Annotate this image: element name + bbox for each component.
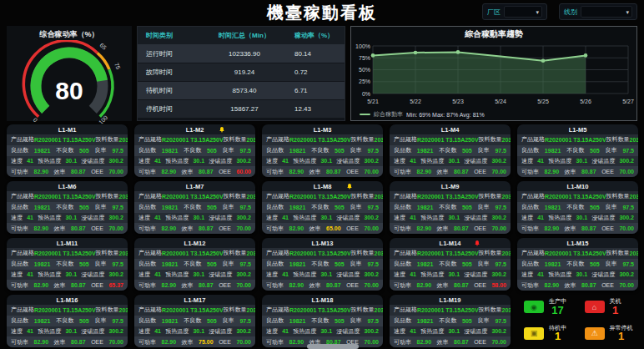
card-row-quality: 良品数19821不良数505良率97.5	[262, 202, 383, 213]
machine-card-L1-M10[interactable]: L1-M10产品规格R2020001 T3.15A250V投料数量20327良品…	[517, 181, 638, 234]
label-spec: 产品规格	[521, 135, 545, 144]
machine-card-L1-M18[interactable]: L1-M18产品规格R2020001 T3.15A250V投料数量20327良品…	[262, 295, 383, 347]
machine-card-L1-M3[interactable]: L1-M3产品规格R2020001 T3.15A250V投料数量20327良品数…	[262, 124, 383, 177]
machine-card-L1-M13[interactable]: L1-M13产品规格R2020001 T3.15A250V投料数量20327良品…	[262, 238, 383, 291]
value-tin: 300.2	[619, 158, 634, 164]
machine-card-L1-M12[interactable]: L1-M12产品规格R2020001 T3.15A250V投料数量20327良品…	[134, 238, 255, 291]
svg-text:80: 80	[55, 77, 83, 104]
value-oee: 70.00	[108, 225, 123, 231]
svg-text:0: 0	[33, 117, 39, 124]
filter-line-select[interactable]: ▾	[581, 6, 632, 18]
label-speed: 速度	[138, 327, 150, 336]
label-oee: OEE	[346, 225, 359, 231]
gauge-title: 综合稼动率（%）	[7, 26, 132, 40]
label-eff: 效率	[309, 168, 321, 176]
label-bad: 不良数	[311, 260, 329, 268]
value-avail: 82.90	[545, 282, 560, 288]
scrollbar-thumb[interactable]	[307, 344, 359, 349]
label-avail: 可动率	[521, 168, 539, 176]
value-good: 19821	[34, 318, 50, 324]
machine-card-L1-M16[interactable]: L1-M16产品规格R2020001 T3.15A250V投料数量20327良品…	[7, 295, 128, 347]
label-preheat: 预热温度	[548, 157, 571, 165]
machine-card-L1-M9[interactable]: L1-M9产品规格R2020001 T3.15A250V投料数量20327良品数…	[390, 181, 511, 234]
value-feed: 20327	[119, 137, 128, 143]
value-yield: 97.5	[495, 205, 506, 210]
label-spec: 产品规格	[11, 192, 34, 200]
label-speed: 速度	[521, 214, 533, 222]
machine-card-L1-M2[interactable]: L1-M2产品规格R2020001 T3.15A250V投料数量20327良品数…	[134, 124, 255, 177]
machine-card-L1-M4[interactable]: L1-M4产品规格R2020001 T3.15A250V投料数量20327良品数…	[390, 124, 511, 177]
label-spec: 产品规格	[266, 192, 289, 200]
card-row-spec: 产品规格R2020001 T3.15A250V投料数量20327	[517, 248, 638, 259]
value-avail: 82.90	[417, 282, 432, 288]
card-row-oee: 可动率82.90效率80.87OEE70.00	[390, 336, 511, 347]
value-feed: 20327	[375, 137, 383, 143]
label-good: 良品数	[266, 316, 284, 325]
machine-card-L1-M17[interactable]: L1-M17产品规格R2020001 T3.15A250V投料数量20327良品…	[134, 295, 255, 347]
production-icon[interactable]: ◉	[524, 301, 544, 313]
machine-card-L1-M1[interactable]: L1-M1产品规格R2020001 T3.15A250V投料数量20327良品数…	[7, 124, 128, 177]
label-feed: 投料数量	[351, 135, 375, 144]
value-speed: 41	[410, 271, 416, 277]
machine-name: L1-M2	[134, 124, 255, 134]
value-bad: 505	[207, 261, 217, 267]
value-feed: 20327	[119, 250, 128, 256]
value-avail: 82.90	[34, 282, 49, 288]
status-item-shutdown: ⌂关机1	[580, 298, 641, 316]
label-yield: 良率	[606, 260, 617, 268]
machine-card-L1-M19[interactable]: L1-M19产品规格R2020001 T3.15A250V投料数量20327良品…	[390, 295, 511, 347]
label-oee: OEE	[601, 282, 614, 288]
value-spec: R2020001 T3.15A250V	[34, 307, 96, 313]
value-bad: 505	[335, 261, 345, 267]
card-row-oee: 可动率82.90效率80.87OEE70.00	[517, 166, 638, 177]
machine-card-L1-M15[interactable]: L1-M15产品规格R2020001 T3.15A250V投料数量20327良品…	[517, 238, 638, 291]
value-spec: R2020001 T3.15A250V	[545, 250, 606, 256]
machine-name: L1-M9	[390, 181, 511, 191]
card-row-process: 速度41预热温度30.1浸锡温度300.2	[7, 213, 128, 224]
label-oee: OEE	[219, 339, 231, 345]
value-good: 19821	[162, 261, 178, 267]
filter-factory-select[interactable]: ▾	[504, 6, 542, 18]
card-row-spec: 产品规格R2020001 T3.15A250V投料数量20327	[517, 191, 638, 202]
machine-card-L1-M6[interactable]: L1-M6产品规格R2020001 T3.15A250V投料数量20327良品数…	[7, 181, 128, 234]
label-feed: 投料数量	[224, 249, 247, 257]
machine-card-L1-M14[interactable]: L1-M14产品规格R2020001 T3.15A250V投料数量20327良品…	[390, 238, 511, 291]
label-tin: 浸锡温度	[209, 214, 232, 222]
value-tin: 300.2	[364, 158, 379, 164]
value-good: 19821	[34, 148, 50, 154]
label-tin: 浸锡温度	[591, 157, 615, 165]
value-tin: 300.2	[236, 271, 251, 277]
machine-card-L1-M8[interactable]: L1-M8产品规格R2020001 T3.15A250V投料数量20327良品数…	[262, 181, 383, 234]
trend-chart-panel: 綜合稼動率趨勢 0%25%50%75%100%5/215/225/235/245…	[350, 26, 637, 121]
chart-legend: 綜合稼動率 Min: 69% Max: 87% Avg: 81%	[360, 110, 485, 119]
value-yield: 97.5	[239, 148, 251, 154]
value-eff: 80.87	[454, 339, 469, 345]
value-bad: 505	[207, 318, 217, 324]
machine-card-L1-M5[interactable]: L1-M5产品规格R2020001 T3.15A250V投料数量20327良品数…	[517, 124, 638, 177]
svg-text:75%: 75%	[359, 55, 370, 61]
label-feed: 投料数量	[351, 249, 375, 257]
card-row-spec: 产品规格R2020001 T3.15A250V投料数量20327	[134, 305, 255, 316]
abnormal-icon[interactable]: ⚠	[585, 327, 605, 340]
standby-icon[interactable]: ▣	[524, 327, 544, 340]
value-yield: 97.5	[112, 261, 123, 267]
label-speed: 速度	[11, 157, 23, 165]
value-tin: 300.2	[108, 328, 123, 334]
svg-text:5/24: 5/24	[495, 99, 506, 104]
shutdown-icon[interactable]: ⌂	[585, 301, 605, 313]
card-row-oee: 可动率82.90效率80.87OEE70.00	[7, 166, 128, 177]
value-yield: 97.5	[367, 205, 379, 210]
value-oee: 70.00	[491, 339, 506, 345]
svg-text:100%: 100%	[355, 43, 370, 49]
value-spec: R2020001 T3.15A250V	[162, 194, 224, 200]
label-bad: 不良数	[184, 146, 201, 154]
value-feed: 20327	[502, 194, 511, 200]
value-spec: R2020001 T3.15A250V	[162, 137, 224, 143]
label-preheat: 预热温度	[420, 214, 444, 222]
machine-card-L1-M7[interactable]: L1-M7产品规格R2020001 T3.15A250V投料数量20327良品数…	[134, 181, 255, 234]
value-preheat: 30.1	[320, 215, 332, 220]
card-row-quality: 良品数19821不良数505良率97.5	[134, 202, 255, 213]
value-yield: 97.5	[367, 318, 379, 324]
value-bad: 505	[79, 148, 89, 154]
machine-card-L1-M11[interactable]: L1-M11产品规格R2020001 T3.15A250V投料数量20327良品…	[7, 238, 128, 291]
